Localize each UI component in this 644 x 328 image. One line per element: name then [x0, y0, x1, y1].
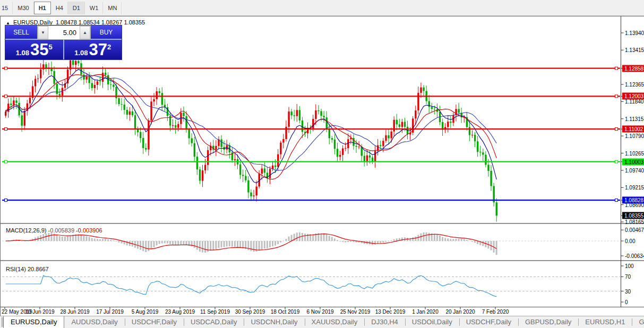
macd-name: MACD(12,26,9): [6, 227, 46, 234]
sell-price-prefix: 1.08: [16, 49, 29, 57]
date-axis-label: 28 Jun 2019: [60, 309, 89, 315]
volume-decrease-icon[interactable]: ▼: [38, 26, 48, 39]
buy-price-main: 37: [89, 41, 107, 58]
tab-eurusd-h1[interactable]: EURUSD,H1: [578, 316, 632, 328]
timeframe-button-w1[interactable]: W1: [85, 2, 104, 14]
buy-price-display[interactable]: 1.08 37 2: [64, 40, 122, 59]
macd-axis-label: -0.00634: [625, 253, 644, 259]
tab-eurusd-daily[interactable]: EURUSD,Daily: [3, 316, 64, 328]
macd-axis-label: 0.00: [625, 238, 635, 244]
tabs-host: EURUSD,DailyAUDUSD,DailyUSDCHF,DailyUSDC…: [3, 316, 644, 328]
date-axis-label: 11 Sep 2019: [200, 309, 230, 315]
sell-button[interactable]: SELL: [5, 25, 37, 40]
tab-usdoil-daily[interactable]: USDOil,Daily: [405, 316, 459, 328]
tab-dj30-h4[interactable]: DJ30,H4: [364, 316, 405, 328]
date-axis-label: 5 Aug 2019: [132, 309, 159, 315]
date-axis-label: 10 Jun 2019: [25, 309, 54, 315]
timeframe-toolbar: 15M30H1H4D1W1MN: [0, 0, 644, 16]
date-axis-label: 13 Dec 2019: [375, 309, 406, 315]
date-axis-label: 30 Sep 2019: [235, 309, 265, 315]
price-axis-badge: 1.08828: [622, 197, 644, 204]
rsi-label: RSI(14) 20.8667: [6, 266, 49, 272]
symbol-tabbar: EURUSD,DailyAUDUSD,DailyUSDCHF,DailyUSDC…: [0, 316, 644, 328]
timeframe-button-h4[interactable]: H4: [51, 2, 68, 14]
sell-price-display[interactable]: 1.08 35 5: [5, 40, 63, 59]
price-axis-label: 1.13940: [625, 30, 644, 36]
price-axis-label: 1.09740: [625, 167, 644, 173]
price-axis-badge: 1.12003: [622, 93, 644, 100]
rsi-axis-label: 100: [625, 263, 634, 269]
sell-price-pip: 5: [49, 43, 53, 51]
tab-gbpaud-h1[interactable]: GBPAUD,H1: [632, 316, 644, 328]
date-axis-label: 6 Nov 2019: [306, 309, 333, 315]
tab-xauusd-daily[interactable]: XAUUSD,Daily: [305, 316, 365, 328]
volume-field[interactable]: 5.00: [48, 26, 80, 39]
rsi-axis-label: 70: [625, 274, 631, 280]
price-axis-badge: 1.11002: [622, 126, 644, 133]
tab-usdchf-daily[interactable]: USDCHF,Daily: [459, 316, 518, 328]
buy-button[interactable]: BUY: [91, 25, 122, 40]
tab-audusd-daily[interactable]: AUDUSD,Daily: [64, 316, 124, 328]
price-axis-badge: 1.08355: [622, 212, 644, 219]
timeframe-button-15[interactable]: 15: [0, 2, 13, 14]
timeframe-button-m30[interactable]: M30: [13, 2, 33, 14]
chart-window: ▲EURUSD,Daily 1.08478 1.08534 1.08267 1.…: [0, 16, 644, 316]
price-axis-label: 1.09215: [625, 185, 644, 191]
price-axis-label: 1.13415: [625, 47, 644, 53]
date-axis-label: 17 Jul 2019: [96, 309, 124, 315]
price-axis-label: 1.12365: [625, 82, 644, 88]
rsi-name: RSI(14): [6, 266, 26, 272]
rsi-axis-label: 30: [625, 288, 631, 294]
macd-label: MACD(12,26,9) -0.005839 -0.003906: [6, 227, 102, 234]
chart-canvas[interactable]: [1, 16, 644, 316]
macd-axis-label: 0.004679: [625, 227, 644, 233]
tab-usdcad-daily[interactable]: USDCAD,Daily: [184, 316, 244, 328]
price-axis-badge: 1.12858: [622, 65, 644, 72]
date-axis-label: 18 Oct 2019: [271, 309, 299, 315]
macd-signal-value: -0.003906: [76, 227, 102, 234]
rsi-axis-label: 0: [625, 299, 628, 305]
price-axis-label: 1.10790: [625, 133, 644, 139]
date-axis-label: 25 Nov 2019: [340, 309, 371, 315]
date-axis-label: 23 Aug 2019: [165, 309, 195, 315]
volume-spinner: ▼ 5.00 ▲: [37, 25, 91, 40]
price-axis-label: 1.08165: [625, 219, 644, 225]
tab-usdcnh-daily[interactable]: USDCNH,Daily: [244, 316, 304, 328]
buy-price-pip: 2: [107, 43, 111, 51]
buy-price-prefix: 1.08: [74, 49, 88, 57]
date-axis-label: 7 Feb 2020: [482, 309, 509, 315]
price-axis-label: 1.11315: [625, 116, 643, 122]
date-axis-label: 20 Jan 2020: [445, 309, 475, 315]
rsi-value: 20.8667: [28, 266, 49, 272]
date-axis-label: 1 Jan 2020: [412, 309, 439, 315]
tab-usdchf-daily[interactable]: USDCHF,Daily: [125, 316, 184, 328]
timeframe-button-d1[interactable]: D1: [68, 2, 85, 14]
sell-price-main: 35: [30, 41, 48, 58]
macd-main-value: -0.005839: [48, 227, 74, 234]
volume-increase-icon[interactable]: ▲: [80, 26, 90, 39]
timeframe-button-mn[interactable]: MN: [103, 2, 122, 14]
price-axis-label: 1.10265: [625, 150, 644, 156]
mt4-terminal: { "toolbar": { "timeframes": [ {"label":…: [0, 0, 644, 328]
one-click-trade-panel: SELL ▼ 5.00 ▲ BUY 1.08 35 5 1.08 37 2: [5, 25, 122, 60]
price-axis-badge: 1.10003: [622, 158, 644, 165]
timeframe-button-h1[interactable]: H1: [34, 2, 51, 14]
tab-gbpusd-daily[interactable]: GBPUSD,Daily: [518, 316, 578, 328]
